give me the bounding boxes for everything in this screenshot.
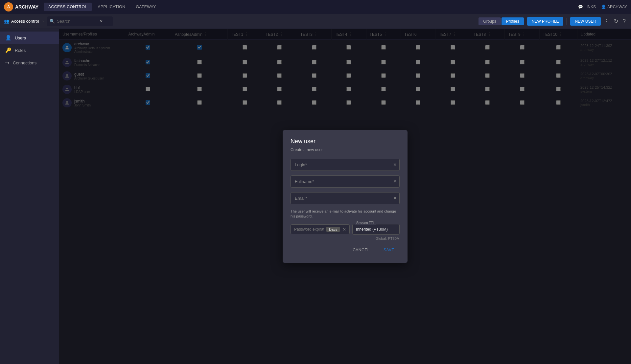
roles-icon: 🔑	[5, 47, 12, 53]
access-control-label: 👥 Access control	[4, 19, 39, 24]
chat-icon: 💬	[578, 5, 583, 9]
email-field-wrapper: ✕	[291, 192, 400, 204]
clear-fullname-button[interactable]: ✕	[393, 179, 397, 184]
clear-days-button[interactable]: ✕	[342, 227, 346, 232]
second-bar: 👥 Access control › 🔍 ✕ Groups Profiles N…	[0, 14, 631, 29]
days-badge: Days	[326, 227, 340, 232]
action-buttons: NEW PROFILE NEW USER ⋮ ↻ ?	[527, 17, 627, 26]
sidebar-item-users[interactable]: 👤 Users	[0, 32, 59, 44]
clear-login-button[interactable]: ✕	[393, 162, 397, 167]
save-button[interactable]: SAVE	[378, 245, 400, 255]
sidebar-roles-label: Roles	[15, 48, 26, 53]
divider	[567, 18, 567, 25]
user-icon: 👤	[601, 5, 606, 9]
access-control-icon: 👥	[4, 19, 9, 24]
search-input[interactable]	[57, 19, 96, 24]
login-field-wrapper: ✕	[291, 159, 400, 171]
search-icon: 🔍	[50, 19, 55, 24]
help-icon[interactable]: ?	[621, 17, 627, 26]
sidebar-item-connections[interactable]: ↪ Connections	[0, 57, 59, 69]
modal-title: New user	[291, 138, 400, 145]
fullname-input[interactable]	[291, 175, 400, 188]
modal-actions: CANCEL SAVE	[291, 245, 400, 255]
email-info-text: The user will receive an e-mail to activ…	[291, 209, 400, 219]
links-label: LINKS	[584, 5, 596, 9]
content-area: Usernames/Profiles ArchwayAdmin Panoptes…	[59, 29, 631, 364]
new-user-modal: New user Create a new user ✕ ✕ ✕ The use…	[283, 130, 408, 263]
session-ttl-wrapper: Session TTL Inherited (PT30M)	[352, 224, 400, 235]
groups-profiles-tabs: Groups Profiles	[479, 17, 524, 25]
refresh-icon[interactable]: ↻	[613, 17, 619, 26]
password-expiration-input[interactable]	[294, 227, 324, 232]
sidebar-users-label: Users	[15, 35, 26, 40]
users-icon: 👤	[5, 35, 12, 41]
session-ttl-label: Session TTL	[355, 221, 376, 225]
sidebar: 👤 Users 🔑 Roles ↪ Connections	[0, 29, 59, 364]
user-button[interactable]: 👤 ARCHWAY	[601, 5, 627, 9]
search-box[interactable]: 🔍 ✕	[47, 16, 113, 26]
nav-right: 💬 LINKS 👤 ARCHWAY	[578, 5, 627, 9]
clear-search-button[interactable]: ✕	[98, 18, 104, 25]
connections-icon: ↪	[5, 60, 10, 66]
modal-overlay[interactable]: New user Create a new user ✕ ✕ ✕ The use…	[59, 29, 631, 364]
sidebar-connections-label: Connections	[13, 60, 36, 65]
main-layout: 👤 Users 🔑 Roles ↪ Connections Usernames/…	[0, 29, 631, 364]
more-options-icon[interactable]: ⋮	[603, 17, 611, 26]
global-text: Global: PT30M	[291, 237, 400, 240]
new-profile-button[interactable]: NEW PROFILE	[527, 17, 564, 26]
sidebar-item-roles[interactable]: 🔑 Roles	[0, 44, 59, 57]
app-logo[interactable]: A ARCHWAY	[4, 2, 38, 11]
profiles-tab[interactable]: Profiles	[502, 17, 524, 25]
cancel-button[interactable]: CANCEL	[347, 245, 375, 255]
modal-subtitle: Create a new user	[291, 148, 400, 152]
nav-access-control[interactable]: ACCESS CONTROL	[44, 3, 92, 11]
top-nav: A ARCHWAY ACCESS CONTROL APPLICATION GAT…	[0, 0, 631, 14]
groups-tab[interactable]: Groups	[479, 17, 501, 25]
nav-gateway[interactable]: GATEWAY	[131, 3, 160, 11]
logo-icon: A	[4, 2, 13, 11]
new-user-button[interactable]: NEW USER	[570, 17, 601, 26]
email-input[interactable]	[291, 192, 400, 204]
clear-email-button[interactable]: ✕	[393, 195, 397, 201]
bottom-fields-row: Days ✕ Session TTL Inherited (PT30M)	[291, 224, 400, 235]
fullname-field-wrapper: ✕	[291, 175, 400, 188]
brand-name: ARCHWAY	[15, 4, 38, 10]
user-label: ARCHWAY	[607, 5, 627, 9]
nav-application[interactable]: APPLICATION	[93, 3, 130, 11]
breadcrumb-separator: ›	[42, 19, 44, 24]
session-ttl-select[interactable]: Inherited (PT30M)	[352, 224, 400, 235]
login-input[interactable]	[291, 159, 400, 171]
links-button[interactable]: 💬 LINKS	[578, 5, 596, 9]
password-expiration-field[interactable]: Days ✕	[291, 224, 350, 234]
